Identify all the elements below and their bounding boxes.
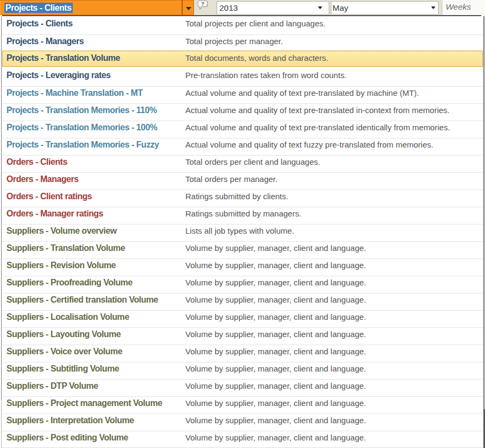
svg-text:?: ?: [201, 1, 204, 6]
